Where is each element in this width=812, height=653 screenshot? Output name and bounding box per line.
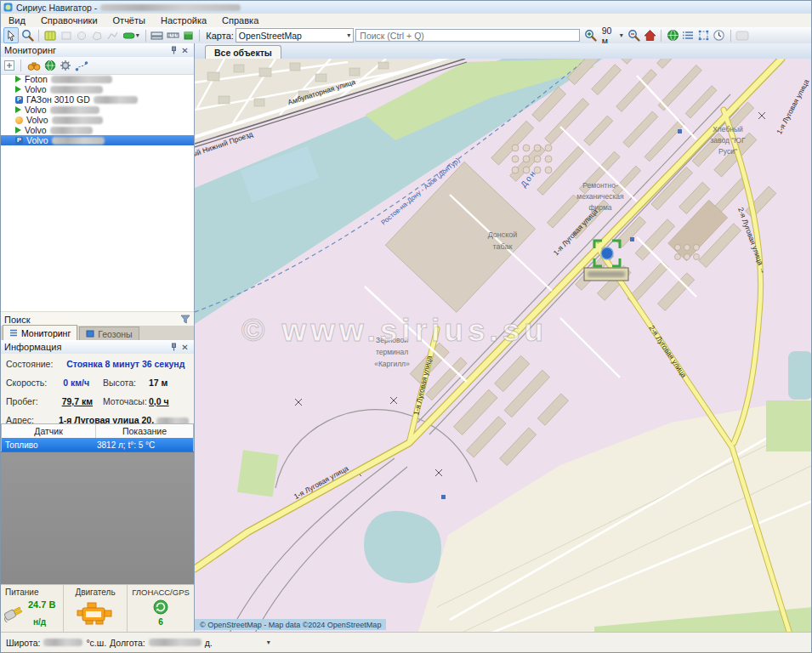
globe-icon[interactable] [666, 28, 679, 43]
chevron-down-icon: ▾ [620, 31, 623, 39]
map-select-label: Карта: [206, 31, 234, 41]
power-extra: н/д [33, 617, 46, 627]
lon-units: д. [205, 638, 213, 648]
engine-label: Двигатель [64, 588, 127, 597]
vehicle-name: Foton [25, 74, 48, 84]
vehicle-tree: Foton Volvo PГАЗон 3010 GD Volvo Volvo V… [1, 74, 194, 145]
tree-search-label: Поиск [4, 315, 30, 325]
map-notes-icon[interactable] [43, 28, 57, 43]
poi-label: Донской [488, 230, 518, 239]
hours-value[interactable]: 0,0 ч [149, 396, 169, 406]
pointer-tool-icon[interactable] [3, 27, 19, 43]
zoom-tool-icon[interactable] [20, 28, 34, 43]
toolbar-separator [730, 30, 731, 42]
lat-units: °с.ш. [86, 638, 106, 648]
title-bar: Сириус Навигатор - [1, 1, 811, 14]
globe-icon[interactable] [44, 60, 56, 71]
list-icon [9, 329, 18, 337]
zoom-scale-select[interactable]: 90 м ▾ [599, 29, 626, 42]
info-body: Состояние: Стоянка 8 минут 36 секунд Ско… [1, 354, 194, 423]
toolbar-separator [20, 60, 21, 71]
vehicle-name: ГАЗон 3010 GD [26, 94, 90, 105]
vehicle-row[interactable]: Volvo [1, 115, 194, 125]
vehicle-row[interactable]: PГАЗон 3010 GD [1, 94, 194, 105]
map-provider-value: OpenStreetMap [239, 31, 344, 41]
lon-label: Долгота: [110, 638, 145, 648]
menu-reports[interactable]: Отчёты [105, 15, 153, 26]
sensor-row[interactable]: Топливо 3812 л; t°: 5 °C [2, 438, 193, 451]
power-value: 24.7 В [28, 599, 55, 610]
binoculars-icon[interactable] [27, 60, 41, 71]
vehicle-name: Volvo [25, 105, 47, 115]
menu-bar: Вид Справочники Отчёты Настройка Справка [1, 14, 811, 28]
menu-help[interactable]: Справка [214, 15, 266, 26]
main-toolbar: ▾ Карта: OpenStreetMap ▾ 90 м ▾ [1, 27, 811, 44]
tab-label: Геозоны [98, 329, 132, 339]
history-clock-icon[interactable] [713, 28, 726, 43]
close-icon[interactable]: ✕ [179, 343, 190, 352]
geozone-circle-icon[interactable] [75, 28, 88, 43]
geozone-line-icon[interactable] [105, 28, 119, 43]
geozone-rect-icon[interactable] [60, 28, 73, 43]
zoom-in-icon[interactable] [583, 28, 597, 43]
vehicle-row[interactable]: Volvo [1, 84, 194, 94]
poi-label: Руси" [718, 147, 737, 156]
info-panel-header: Информация ✕ [1, 340, 194, 355]
search-input[interactable] [355, 29, 580, 42]
gear-icon[interactable] [60, 60, 71, 71]
status-bar: Широта: °с.ш. Долгота: д. ▾ [1, 632, 811, 652]
sensor-col-name[interactable]: Датчик [2, 424, 96, 439]
map-attribution: © OpenStreetMap - Map data ©2024 OpenStr… [195, 619, 386, 630]
vehicle-row[interactable]: Volvo [1, 125, 194, 135]
sensor-col-value[interactable]: Показание [96, 424, 193, 439]
map-provider-select[interactable]: OpenStreetMap ▾ [236, 28, 355, 43]
redacted-plate [50, 127, 93, 134]
objects-list-icon[interactable] [681, 28, 695, 43]
filter-funnel-icon[interactable] [180, 315, 190, 324]
ruler-icon[interactable] [150, 28, 164, 43]
monitoring-toolbar [1, 57, 194, 75]
track-color-dropdown[interactable]: ▾ [121, 28, 140, 43]
distance-icon[interactable] [166, 28, 179, 43]
hours-label: Моточасы: [103, 396, 147, 406]
vehicle-row-selected[interactable]: PVolvo [1, 135, 194, 145]
redacted-plate [50, 106, 99, 114]
close-icon[interactable]: ✕ [179, 46, 190, 55]
pin-icon[interactable] [168, 46, 179, 54]
vehicle-row[interactable]: Foton [1, 74, 194, 84]
geozone-polygon-icon[interactable] [90, 28, 104, 43]
toolbar-separator [661, 30, 662, 42]
map-tab-all-objects[interactable]: Все объекты [205, 45, 281, 60]
tab-label: Мониторинг [21, 328, 71, 338]
selection-marquee-icon[interactable] [697, 28, 711, 43]
gps-value: 6 [128, 617, 194, 627]
engine-icon [76, 600, 116, 627]
map-tab-bar: Все объекты [195, 43, 811, 60]
status-moving-icon [15, 127, 21, 133]
panel-tabs: Мониторинг Геозоны [1, 326, 194, 341]
zoom-out-icon[interactable] [627, 28, 641, 43]
menu-view[interactable]: Вид [1, 15, 33, 26]
map-canvas[interactable]: Амбулаторная улица жный Нижний Проезд 1-… [195, 59, 811, 633]
sensor-name: Топливо [2, 440, 97, 450]
status-parked-icon: P [15, 96, 23, 104]
expand-all-icon[interactable] [4, 60, 14, 71]
status-moving-icon [15, 106, 21, 113]
chevron-down-icon[interactable]: ▾ [267, 639, 270, 646]
redacted-plate [94, 96, 138, 104]
alt-value: 17 м [149, 378, 168, 388]
pin-icon[interactable] [168, 343, 179, 351]
vehicle-name: Volvo [26, 135, 48, 145]
track-route-icon[interactable] [75, 60, 88, 71]
menu-settings[interactable]: Настройка [153, 15, 214, 26]
vehicle-row[interactable]: Volvo [1, 105, 194, 115]
home-icon[interactable] [643, 28, 656, 43]
poi-label: механическая [576, 192, 624, 201]
geozone-icon [86, 330, 94, 338]
menu-directories[interactable]: Справочники [33, 15, 105, 26]
toolbar-separator [145, 30, 146, 42]
mileage-value[interactable]: 79,7 км [62, 396, 93, 406]
cargo-icon[interactable] [181, 28, 195, 43]
tab-geozones[interactable]: Геозоны [79, 326, 139, 340]
tab-monitoring[interactable]: Мониторинг [3, 325, 77, 340]
